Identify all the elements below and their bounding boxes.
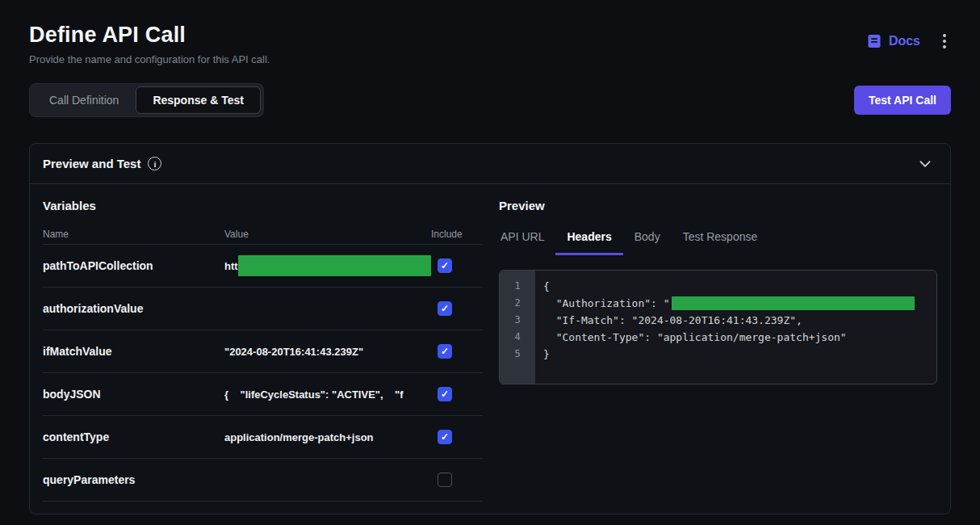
preview-tabs: API URL Headers Body Test Response <box>499 225 937 255</box>
variable-include-cell <box>431 387 483 401</box>
tabbar-row: Call Definition Response & Test Test API… <box>29 83 951 117</box>
variables-title: Variables <box>43 199 483 212</box>
code-line: "Authorization": " <box>543 295 936 312</box>
table-row: ifMatchValue "2024-08-20T16:41:43.239Z" <box>43 330 483 373</box>
tab-response-and-test[interactable]: Response & Test <box>136 86 261 114</box>
include-checkbox[interactable] <box>438 301 452 316</box>
header-actions: Docs <box>866 31 951 52</box>
code-line: } <box>543 346 936 363</box>
variable-include-cell <box>431 430 483 444</box>
variable-value: application/merge-patch+json <box>224 431 431 443</box>
preview-title: Preview <box>499 199 937 212</box>
code-line: "Content-Type": "application/merge-patch… <box>543 329 936 346</box>
line-number: 3 <box>500 312 535 329</box>
kebab-menu-icon[interactable] <box>938 31 951 52</box>
code-line: { <box>543 278 936 295</box>
include-checkbox[interactable] <box>438 472 452 487</box>
page-header: Define API Call Provide the name and con… <box>29 23 951 65</box>
table-row: authorizationValue <box>43 288 483 330</box>
include-checkbox[interactable] <box>438 430 452 444</box>
variable-value <box>224 298 431 319</box>
code-line: "If-Match": "2024-08-20T16:41:43.239Z", <box>543 312 936 329</box>
variable-name: pathToAPICollection <box>43 259 224 272</box>
code-text: "If-Match": "2024-08-20T16:41:43.239Z", <box>543 312 802 329</box>
step-tab-group: Call Definition Response & Test <box>29 83 264 117</box>
page-subtitle: Provide the name and configuration for t… <box>29 53 270 65</box>
column-header-name: Name <box>43 229 224 240</box>
test-api-call-button[interactable]: Test API Call <box>854 86 951 115</box>
line-number: 5 <box>500 346 535 363</box>
variable-value-text: https:// <box>224 260 238 272</box>
code-content: { "Authorization": " "If-Match": "2024-0… <box>535 271 936 384</box>
variable-include-cell <box>431 472 483 487</box>
table-row: contentType application/merge-patch+json <box>43 416 483 459</box>
table-row: bodyJSON { "lifeCycleStatus": "ACTIVE", … <box>43 373 483 416</box>
redacted-value <box>672 296 915 310</box>
table-row: pathToAPICollection https:// <box>43 245 483 288</box>
table-row: queryParameters <box>43 459 483 502</box>
variable-value-text: { "lifeCycleStatus": "ACTIVE", "f <box>224 388 404 401</box>
variables-section: Variables Name Value Include pathToAPICo… <box>43 199 483 502</box>
line-number: 4 <box>500 329 535 346</box>
preview-tab-headers[interactable]: Headers <box>555 225 622 255</box>
column-header-value: Value <box>224 229 431 240</box>
headers-code-preview: 1 2 3 4 5 { "Authorization": " <box>499 270 937 384</box>
redacted-value <box>238 255 431 276</box>
variables-table-header: Name Value Include <box>43 224 483 245</box>
preview-tab-api-url[interactable]: API URL <box>499 225 555 255</box>
line-number: 1 <box>500 278 535 295</box>
column-header-include: Include <box>431 229 483 240</box>
tab-call-definition[interactable]: Call Definition <box>32 86 136 114</box>
code-line-numbers: 1 2 3 4 5 <box>500 271 535 384</box>
variable-value: "2024-08-20T16:41:43.239Z" <box>224 346 431 358</box>
info-icon[interactable]: i <box>148 157 161 170</box>
variables-table: Name Value Include pathToAPICollection h… <box>43 224 483 502</box>
variable-include-cell <box>431 258 483 273</box>
variable-include-cell <box>431 301 483 316</box>
line-number: 2 <box>500 295 535 312</box>
variable-value: { "lifeCycleStatus": "ACTIVE", "f <box>224 388 431 401</box>
docs-label: Docs <box>889 34 920 48</box>
variable-name: ifMatchValue <box>43 345 224 358</box>
preview-section: Preview API URL Headers Body Test Respon… <box>499 199 937 502</box>
docs-link[interactable]: Docs <box>866 33 920 49</box>
variable-name: queryParameters <box>43 473 224 486</box>
preview-tab-test-response[interactable]: Test Response <box>672 225 769 255</box>
code-text: } <box>543 346 550 363</box>
panel-header-left: Preview and Test i <box>43 157 161 170</box>
preview-and-test-panel: Preview and Test i Variables Name Value … <box>29 143 951 514</box>
include-checkbox[interactable] <box>438 387 452 401</box>
variable-value-text: application/merge-patch+json <box>224 431 374 443</box>
variable-name: bodyJSON <box>43 388 224 401</box>
variable-name: authorizationValue <box>43 302 224 315</box>
variable-include-cell <box>431 344 483 359</box>
docs-icon <box>866 33 882 49</box>
define-api-call-page: Define API Call Provide the name and con… <box>0 0 980 525</box>
page-header-text: Define API Call Provide the name and con… <box>29 23 270 65</box>
code-text: { <box>543 278 550 295</box>
variable-name: contentType <box>43 430 224 443</box>
variable-value-text: "2024-08-20T16:41:43.239Z" <box>224 346 363 358</box>
variable-value: https:// <box>224 255 431 276</box>
panel-header: Preview and Test i <box>30 144 950 184</box>
code-text: "Authorization": " <box>543 295 670 312</box>
preview-tab-body[interactable]: Body <box>623 225 672 255</box>
code-text: "Content-Type": "application/merge-patch… <box>543 329 847 346</box>
page-title: Define API Call <box>29 23 270 48</box>
panel-body: Variables Name Value Include pathToAPICo… <box>30 184 950 502</box>
include-checkbox[interactable] <box>438 258 452 273</box>
include-checkbox[interactable] <box>438 344 452 359</box>
chevron-down-icon[interactable] <box>918 157 932 171</box>
panel-title: Preview and Test <box>43 157 140 170</box>
